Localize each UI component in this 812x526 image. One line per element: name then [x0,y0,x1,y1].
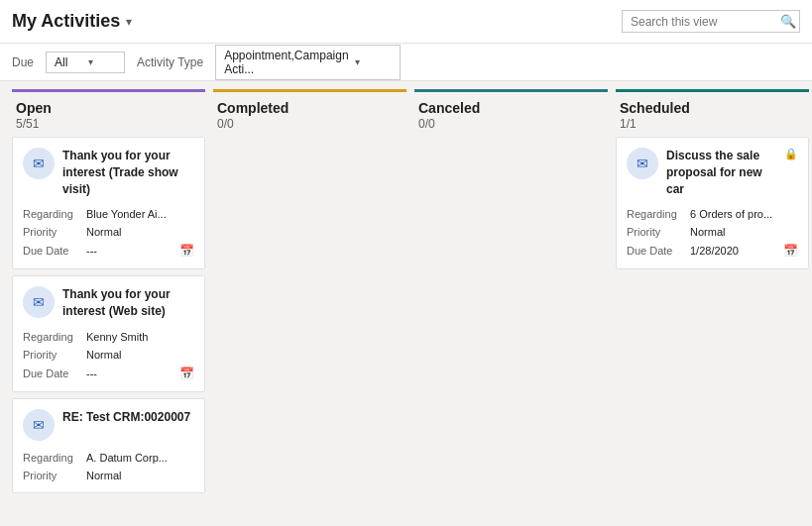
field-label: Regarding [23,331,82,343]
search-box[interactable]: 🔍 [622,10,800,33]
field-value: Normal [86,470,194,481]
activity-type-label: Activity Type [137,55,203,69]
due-select-chevron-icon: ▾ [88,56,116,67]
calendar-icon[interactable]: 📅 [783,244,798,258]
field-label: Due Date [23,245,82,257]
card-field: PriorityNormal [23,223,194,241]
field-value: 1/28/2020 [690,245,777,257]
card-field: Due Date1/28/2020📅 [627,241,798,261]
column-count-completed: 0/0 [217,117,403,131]
column-header-completed: Completed 0/0 [213,89,406,137]
card-field: Due Date---📅 [23,241,194,261]
field-label: Regarding [627,208,686,220]
cards-container-canceled [414,137,608,518]
column-open: Open 5/51 ✉Thank you for your interest (… [12,89,205,518]
field-label: Regarding [23,452,82,464]
cards-container-open: ✉Thank you for your interest (Trade show… [12,137,205,518]
cards-container-completed [213,137,406,518]
field-value: --- [86,368,174,379]
card-field: RegardingKenny Smith [23,328,194,346]
card-title: RE: Test CRM:0020007 [62,409,190,426]
cards-container-scheduled: ✉Discuss the sale proposal for new car🔒R… [616,137,809,518]
card-header: ✉Discuss the sale proposal for new car🔒 [627,148,798,197]
field-label: Due Date [23,368,82,379]
field-value: Normal [86,226,194,238]
calendar-icon[interactable]: 📅 [179,244,194,258]
email-icon: ✉ [33,294,45,310]
card-field: Due Date---📅 [23,364,194,383]
page-title: My Activities [12,11,120,32]
due-select[interactable]: All ▾ [46,52,125,73]
column-header-canceled: Canceled 0/0 [414,89,608,137]
due-select-value: All [55,55,82,69]
kanban-board: Open 5/51 ✉Thank you for your interest (… [0,81,812,526]
column-header-open: Open 5/51 [12,89,205,137]
card-fields: RegardingKenny SmithPriorityNormalDue Da… [23,328,194,383]
card[interactable]: ✉Thank you for your interest (Trade show… [12,137,205,269]
column-scheduled: Scheduled 1/1 ✉Discuss the sale proposal… [616,89,809,518]
column-header-scheduled: Scheduled 1/1 [616,89,809,137]
field-value: Normal [86,349,194,361]
field-value: Blue Yonder Ai... [86,208,194,220]
card[interactable]: ✉Discuss the sale proposal for new car🔒R… [616,137,809,269]
column-canceled: Canceled 0/0 [414,89,608,518]
due-label: Due [12,55,34,69]
field-value: A. Datum Corp... [86,452,194,464]
column-count-open: 5/51 [16,117,201,131]
card-icon-wrap: ✉ [23,409,55,441]
column-completed: Completed 0/0 [213,89,406,518]
field-value: Kenny Smith [86,331,194,343]
column-title-open: Open [16,100,201,116]
column-title-completed: Completed [217,100,403,116]
card-field: PriorityNormal [627,223,798,241]
column-count-scheduled: 1/1 [620,117,805,131]
header-left: My Activities ▾ [12,11,132,32]
card-header: ✉Thank you for your interest (Trade show… [23,148,194,197]
card-title: Thank you for your interest (Web site) [62,286,194,320]
card-fields: RegardingA. Datum Corp...PriorityNormal [23,449,194,484]
field-label: Priority [627,226,686,238]
column-title-scheduled: Scheduled [620,100,805,116]
search-icon: 🔍 [780,14,796,29]
card[interactable]: ✉Thank you for your interest (Web site)R… [12,275,205,392]
column-count-canceled: 0/0 [418,117,604,131]
field-label: Regarding [23,208,82,220]
field-label: Due Date [627,245,686,257]
card-icon-wrap: ✉ [23,148,55,179]
search-input[interactable] [631,15,774,29]
field-value: Normal [690,226,798,238]
app-header: My Activities ▾ 🔍 [0,0,812,44]
toolbar: Due All ▾ Activity Type Appointment,Camp… [0,44,812,81]
calendar-icon[interactable]: 📅 [179,367,194,380]
activity-type-select[interactable]: Appointment,Campaign Acti... ▾ [215,45,401,80]
card-field: RegardingA. Datum Corp... [23,449,194,467]
card[interactable]: ✉RE: Test CRM:0020007RegardingA. Datum C… [12,398,205,493]
card-header: ✉Thank you for your interest (Web site) [23,286,194,320]
card-title: Thank you for your interest (Trade show … [62,148,194,197]
activity-type-chevron-icon: ▾ [355,56,393,67]
field-label: Priority [23,349,82,361]
card-icon-wrap: ✉ [627,148,658,179]
card-title: Discuss the sale proposal for new car [666,148,776,197]
card-icon-wrap: ✉ [23,286,55,318]
title-chevron-icon[interactable]: ▾ [126,15,132,29]
email-icon: ✉ [33,156,45,171]
card-field: Regarding6 Orders of pro... [627,205,798,223]
field-value: 6 Orders of pro... [690,208,798,220]
card-field: RegardingBlue Yonder Ai... [23,205,194,223]
card-header: ✉RE: Test CRM:0020007 [23,409,194,441]
field-label: Priority [23,470,82,481]
field-value: --- [86,245,174,257]
field-label: Priority [23,226,82,238]
card-fields: Regarding6 Orders of pro...PriorityNorma… [627,205,798,261]
lock-icon: 🔒 [784,148,798,160]
card-field: PriorityNormal [23,467,194,484]
card-fields: RegardingBlue Yonder Ai...PriorityNormal… [23,205,194,261]
email-icon: ✉ [33,417,45,433]
email-icon: ✉ [637,156,648,171]
card-field: PriorityNormal [23,346,194,364]
column-title-canceled: Canceled [418,100,604,116]
activity-type-select-value: Appointment,Campaign Acti... [224,49,348,76]
